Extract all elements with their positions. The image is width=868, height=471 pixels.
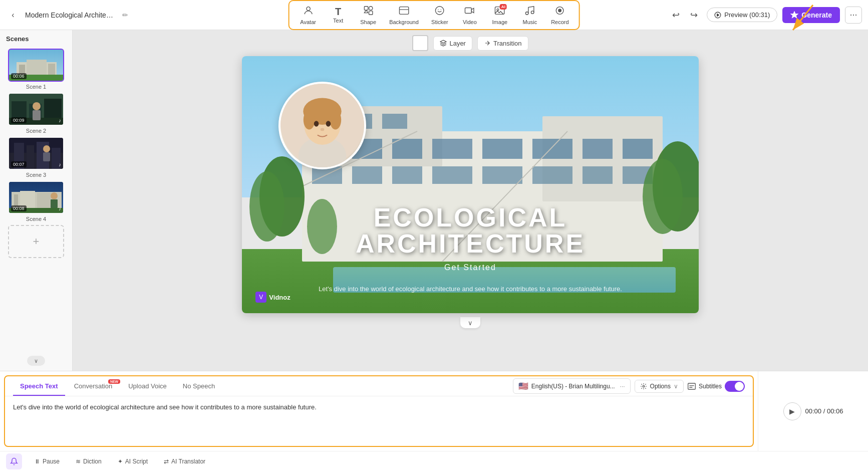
toolbar-background[interactable]: Background [383,3,425,27]
options-button[interactable]: Options ∨ [635,380,684,393]
svg-point-85 [326,121,331,127]
svg-point-84 [314,121,319,127]
pause-tool-button[interactable]: ⏸ Pause [30,456,64,467]
scene-item-3[interactable]: 00:07 ♪ Scene 3 [4,137,68,178]
svg-rect-58 [623,139,653,159]
subtitles-label: Subtitles [699,383,722,390]
svg-rect-62 [432,166,472,184]
play-button[interactable]: ▶ [783,402,801,420]
subtitles-toggle[interactable] [725,381,745,392]
svg-rect-60 [352,166,382,184]
notification-button[interactable] [6,453,22,469]
tab-no-speech[interactable]: No Speech [176,376,222,396]
canvas-toolbar: Layer Transition [412,35,528,51]
project-title: Modern Ecological Architecture P... [25,11,115,19]
canvas-select-box[interactable] [412,35,428,51]
language-selector[interactable]: 🇺🇸 English(US) - Brian Multilingu... ··· [513,378,631,394]
collapse-button[interactable]: ∨ [460,317,480,328]
collapse-scenes-button[interactable]: ∨ [27,356,45,366]
toolbar-text[interactable]: T Text [323,5,353,26]
preview-label: Preview (00:31) [724,11,770,19]
pause-icon: ⏸ [34,458,40,465]
scene3-music-icon: ♪ [59,162,61,167]
add-scene-item[interactable]: + [4,225,68,258]
avatar-overlay[interactable] [278,82,366,169]
diction-tool-button[interactable]: ≋ Diction [72,456,106,467]
svg-rect-39 [43,152,50,161]
svg-rect-31 [33,110,41,120]
ai-translator-icon: ⇄ [164,458,169,465]
diction-icon: ≋ [76,458,81,465]
preview-button[interactable]: Preview (00:31) [707,8,777,22]
speech-text-tab-label: Speech Text [20,382,58,390]
flag-icon: 🇺🇸 [518,381,528,391]
video-label: Video [463,19,477,25]
svg-point-82 [304,111,315,130]
toolbar-video[interactable]: Video [455,3,485,27]
tab-upload-voice[interactable]: Upload Voice [121,376,174,396]
speech-controls-inline: 🇺🇸 English(US) - Brian Multilingu... ···… [513,376,745,396]
toolbar-music[interactable]: Music [515,3,545,27]
toolbar-record[interactable]: Record [545,3,575,27]
scene4-duration: 00:08 [11,205,27,211]
scene-thumb-2[interactable]: 00:09 ♪ [8,93,64,126]
scene-thumb-1[interactable]: 00:06 [8,49,64,82]
options-chevron: ∨ [674,383,678,390]
toolbar-image[interactable]: AI Image [485,3,515,27]
main-content: Scenes 00:06 Scen [0,30,868,371]
svg-point-30 [33,102,41,110]
eco-title-line2: ARCHITECTURE [356,230,585,257]
vidnoz-text: Vidnoz [269,294,290,301]
transition-button[interactable]: Transition [477,36,528,51]
tab-speech-text[interactable]: Speech Text [13,376,65,396]
back-button[interactable]: ‹ [6,8,20,22]
scene4-music-icon: ♪ [59,206,61,211]
svg-rect-61 [392,166,422,184]
time-display: 00:00 / 00:06 [805,407,843,415]
ai-translator-tool-button[interactable]: ⇄ AI Translator [160,456,209,467]
background-label: Background [389,19,419,25]
ai-badge: AI [500,4,507,10]
shape-label: Shape [360,19,376,25]
ai-script-tool-button[interactable]: ✦ AI Script [114,456,152,467]
language-label: English(US) - Brian Multilingu... [531,383,615,390]
svg-rect-56 [532,139,572,159]
right-panel: ▶ 00:00 / 00:06 [758,371,868,451]
preview-icon [714,12,721,19]
eco-title-line1: ECOLOGICAL [356,204,585,230]
music-label: Music [522,19,537,25]
no-speech-tab-label: No Speech [183,382,215,390]
more-options-button[interactable]: ··· [845,7,862,24]
svg-point-2 [369,6,372,10]
scene-item-4[interactable]: 00:08 ♪ Scene 4 [4,181,68,222]
scene-thumb-4[interactable]: 00:08 ♪ [8,181,64,214]
transition-icon [484,40,491,47]
collapse-section: ∨ [460,317,480,328]
arrow-annotation [783,3,818,40]
layer-button[interactable]: Layer [433,36,472,51]
svg-point-73 [249,171,284,242]
scene-item-1[interactable]: 00:06 Scene 1 [4,49,68,90]
subtitles-icon [688,383,696,390]
sticker-icon [434,5,445,18]
tab-conversation[interactable]: Conversation NEW [67,376,120,396]
vidnoz-icon: V [255,292,266,303]
subtitles-control: Subtitles [688,381,745,392]
add-scene-button[interactable]: + [8,225,64,258]
scene-thumb-3[interactable]: 00:07 ♪ [8,137,64,170]
svg-rect-4 [399,7,408,14]
ai-script-icon: ✦ [118,458,123,465]
toolbar-avatar[interactable]: Avatar [293,3,323,27]
edit-title-icon[interactable]: ✏ [122,11,128,19]
redo-button[interactable]: ↪ [686,7,702,23]
avatar-icon [303,5,314,18]
toolbar-sticker[interactable]: Sticker [425,3,455,27]
svg-point-38 [43,145,50,152]
undo-button[interactable]: ↩ [668,7,684,23]
ai-script-label: AI Script [125,458,148,465]
scene3-duration: 00:07 [11,161,27,167]
scene1-duration: 00:06 [11,73,27,79]
scene-item-2[interactable]: 00:09 ♪ Scene 2 [4,93,68,134]
toolbar-shape[interactable]: Shape [353,3,383,27]
speech-text-content[interactable]: Let's dive into the world of ecological … [5,396,753,446]
